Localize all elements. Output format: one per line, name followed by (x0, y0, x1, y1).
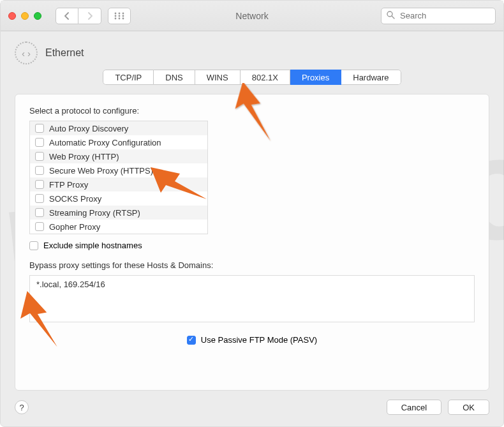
search-icon (387, 11, 395, 21)
ok-button[interactable]: OK (448, 400, 489, 415)
protocol-label: FTP Proxy (49, 180, 88, 190)
forward-button[interactable] (78, 8, 101, 24)
show-all-button[interactable] (108, 8, 131, 24)
tab-proxies[interactable]: Proxies (290, 70, 341, 85)
protocol-checkbox[interactable] (35, 208, 44, 217)
tab-wins[interactable]: WINS (195, 70, 241, 85)
protocol-checkbox[interactable] (35, 180, 44, 189)
svg-line-10 (392, 16, 394, 19)
close-window-button[interactable] (8, 12, 16, 20)
protocol-label: Automatic Proxy Configuration (49, 138, 161, 147)
svg-point-2 (122, 12, 124, 14)
exclude-simple-checkbox[interactable] (29, 241, 38, 250)
window-title: Network (235, 11, 268, 21)
ethernet-icon: ‹ › (15, 41, 38, 64)
tab-dns[interactable]: DNS (154, 70, 195, 85)
interface-header: ‹ › Ethernet (1, 31, 503, 68)
svg-point-5 (122, 15, 124, 17)
footer: ? Cancel OK (1, 391, 503, 426)
search-field[interactable] (381, 8, 496, 24)
protocol-list[interactable]: Auto Proxy DiscoveryAutomatic Proxy Conf… (29, 121, 208, 234)
protocol-checkbox[interactable] (35, 124, 44, 133)
protocol-row[interactable]: Web Proxy (HTTP) (30, 149, 207, 163)
tabs-bar: TCP/IPDNSWINS802.1XProxiesHardware (103, 70, 401, 85)
help-button[interactable]: ? (15, 400, 29, 414)
protocol-row[interactable]: SOCKS Proxy (30, 191, 207, 206)
protocol-label: Auto Proxy Discovery (49, 124, 128, 133)
protocol-checkbox[interactable] (35, 222, 44, 231)
exclude-simple-label: Exclude simple hostnames (43, 241, 142, 250)
svg-point-1 (119, 12, 121, 14)
protocol-row[interactable]: Automatic Proxy Configuration (30, 135, 207, 149)
protocol-checkbox[interactable] (35, 166, 44, 175)
tab-8021x[interactable]: 802.1X (241, 70, 290, 85)
titlebar: Network (1, 1, 503, 31)
back-button[interactable] (56, 8, 78, 24)
protocol-row[interactable]: Auto Proxy Discovery (30, 121, 207, 135)
protocol-label: Streaming Proxy (RTSP) (49, 208, 140, 218)
svg-point-0 (115, 12, 117, 14)
tab-hardware[interactable]: Hardware (341, 70, 401, 85)
protocol-row[interactable]: FTP Proxy (30, 177, 207, 191)
svg-point-6 (115, 17, 117, 19)
bypass-label: Bypass proxy settings for these Hosts & … (29, 260, 475, 270)
nav-buttons (56, 8, 101, 24)
search-input[interactable] (399, 10, 490, 21)
passive-ftp-label: Use Passive FTP Mode (PASV) (201, 335, 317, 345)
protocol-row[interactable]: Streaming Proxy (RTSP) (30, 206, 207, 220)
tab-tcpip[interactable]: TCP/IP (103, 70, 154, 85)
protocol-label: SOCKS Proxy (49, 194, 101, 204)
svg-point-7 (119, 17, 121, 19)
protocol-label: Gopher Proxy (49, 222, 100, 232)
svg-point-3 (115, 15, 117, 17)
minimize-window-button[interactable] (21, 12, 29, 20)
select-protocol-label: Select a protocol to configure: (29, 106, 475, 116)
cancel-button[interactable]: Cancel (387, 400, 441, 415)
protocol-label: Web Proxy (HTTP) (49, 152, 119, 161)
protocol-label: Secure Web Proxy (HTTPS) (49, 166, 153, 176)
protocol-checkbox[interactable] (35, 194, 44, 203)
network-preferences-window: pcrisk.com Network (0, 0, 504, 427)
protocol-row[interactable]: Secure Web Proxy (HTTPS) (30, 163, 207, 177)
zoom-window-button[interactable] (34, 12, 41, 20)
svg-point-4 (119, 15, 121, 17)
bypass-hosts-field[interactable]: *.local, 169.254/16 (29, 275, 475, 322)
protocol-checkbox[interactable] (35, 152, 44, 161)
proxies-panel: Select a protocol to configure: Auto Pro… (15, 94, 489, 391)
protocol-checkbox[interactable] (35, 138, 44, 147)
passive-ftp-checkbox[interactable] (187, 336, 196, 345)
svg-point-8 (122, 17, 124, 19)
protocol-row[interactable]: Gopher Proxy (30, 220, 207, 234)
window-traffic-lights (8, 12, 41, 20)
interface-name: Ethernet (45, 47, 84, 59)
